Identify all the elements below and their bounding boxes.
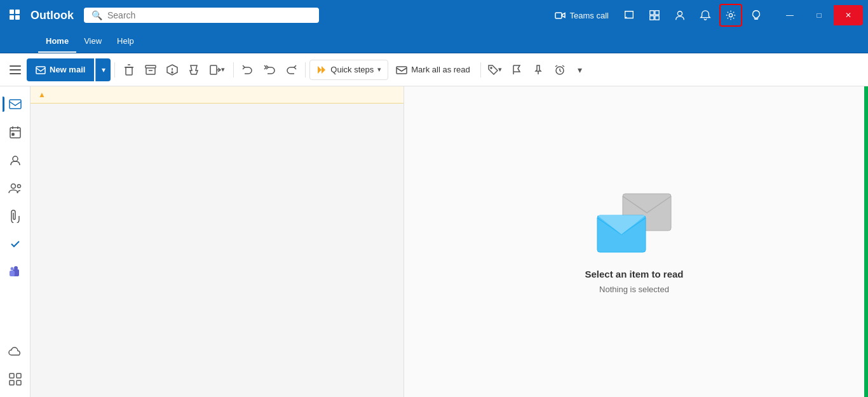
tab-view[interactable]: View bbox=[76, 30, 109, 53]
sidebar-item-contacts[interactable] bbox=[3, 147, 28, 173]
svg-rect-37 bbox=[10, 380, 14, 385]
svg-point-29 bbox=[11, 184, 15, 189]
mail-notification: ▲ bbox=[31, 86, 403, 104]
reading-pane: Select an item to read Nothing is select… bbox=[404, 86, 864, 397]
svg-rect-27 bbox=[12, 133, 14, 135]
sidebar-item-cloud[interactable] bbox=[3, 339, 28, 364]
move-button[interactable]: ▾ bbox=[205, 60, 229, 80]
pin-button[interactable] bbox=[528, 60, 548, 80]
svg-rect-38 bbox=[17, 380, 21, 385]
svg-point-10 bbox=[729, 13, 732, 17]
tag-button[interactable]: ▾ bbox=[485, 60, 505, 80]
undo-all-button[interactable] bbox=[259, 60, 280, 80]
svg-point-23 bbox=[491, 67, 492, 69]
main-layout: ▲ Select an item to read Nothing is sele… bbox=[0, 86, 868, 397]
tab-home[interactable]: Home bbox=[38, 30, 76, 53]
teams-call-label: Teams call bbox=[570, 11, 609, 20]
snooze-button[interactable] bbox=[550, 60, 570, 80]
title-bar: Outlook 🔍 Teams call bbox=[0, 0, 868, 30]
svg-rect-0 bbox=[10, 10, 14, 14]
sidebar-left bbox=[0, 86, 31, 397]
bell-icon-button[interactable] bbox=[694, 4, 717, 27]
archive-button[interactable] bbox=[140, 60, 161, 80]
svg-rect-5 bbox=[650, 11, 654, 15]
svg-rect-3 bbox=[15, 15, 20, 20]
close-button[interactable]: ✕ bbox=[834, 5, 863, 25]
nav-tabs: Home View Help bbox=[0, 30, 868, 53]
svg-point-32 bbox=[14, 266, 18, 270]
maximize-button[interactable]: □ bbox=[804, 5, 834, 25]
svg-rect-19 bbox=[210, 65, 217, 74]
svg-marker-21 bbox=[318, 66, 322, 74]
mark-all-read-label: Mark all as read bbox=[411, 65, 470, 74]
new-mail-button[interactable]: New mail bbox=[27, 58, 94, 81]
svg-rect-26 bbox=[10, 128, 20, 138]
svg-rect-13 bbox=[10, 73, 21, 74]
svg-rect-1 bbox=[15, 10, 20, 14]
new-mail-dropdown[interactable]: ▾ bbox=[95, 58, 111, 81]
sidebar-item-calendar[interactable] bbox=[3, 119, 28, 145]
search-input[interactable] bbox=[107, 10, 311, 20]
grid2-icon-button[interactable] bbox=[643, 4, 666, 27]
select-item-text: Select an item to read bbox=[585, 269, 683, 279]
svg-rect-4 bbox=[555, 13, 562, 18]
svg-rect-15 bbox=[146, 65, 156, 68]
search-icon: 🔍 bbox=[92, 10, 102, 20]
svg-marker-20 bbox=[322, 66, 325, 74]
svg-point-18 bbox=[172, 72, 173, 73]
sidebar-item-attachment[interactable] bbox=[3, 203, 28, 229]
delete-button[interactable] bbox=[119, 60, 139, 80]
svg-point-28 bbox=[13, 156, 18, 161]
teams-call-button[interactable]: Teams call bbox=[548, 5, 615, 25]
app-title: Outlook bbox=[31, 9, 74, 22]
nothing-selected-text: Nothing is selected bbox=[599, 285, 669, 294]
gear-icon-button[interactable] bbox=[719, 4, 742, 27]
spam-button[interactable] bbox=[162, 60, 182, 80]
svg-rect-6 bbox=[655, 11, 659, 15]
email-illustration bbox=[596, 190, 672, 253]
svg-point-30 bbox=[17, 185, 20, 188]
tab-help[interactable]: Help bbox=[109, 30, 142, 53]
svg-rect-8 bbox=[655, 16, 659, 20]
more-button[interactable]: ▾ bbox=[571, 61, 589, 79]
svg-point-34 bbox=[10, 267, 13, 271]
svg-rect-22 bbox=[397, 67, 407, 74]
svg-rect-35 bbox=[10, 373, 14, 378]
bulb-icon-button[interactable] bbox=[745, 4, 768, 27]
sidebar-item-mail[interactable] bbox=[3, 91, 28, 117]
right-edge-bar bbox=[864, 86, 868, 397]
mail-list: ▲ bbox=[31, 86, 404, 397]
sidebar-item-teams[interactable] bbox=[3, 259, 28, 285]
collapse-button[interactable] bbox=[5, 60, 25, 80]
chat-icon-button[interactable] bbox=[618, 4, 641, 27]
title-bar-actions: Teams call bbox=[548, 4, 863, 27]
sweep-button[interactable] bbox=[184, 60, 204, 80]
flag-button[interactable] bbox=[506, 60, 527, 80]
undo-button[interactable] bbox=[238, 60, 258, 80]
sidebar-item-apps[interactable] bbox=[3, 367, 28, 392]
svg-rect-11 bbox=[10, 65, 21, 67]
toolbar: New mail ▾ ▾ bbox=[0, 53, 868, 86]
svg-rect-7 bbox=[650, 16, 654, 20]
svg-rect-33 bbox=[10, 271, 15, 276]
app-grid-icon[interactable] bbox=[5, 5, 25, 25]
svg-rect-25 bbox=[10, 100, 21, 109]
svg-rect-14 bbox=[36, 67, 45, 74]
svg-rect-12 bbox=[10, 69, 21, 71]
redo-button[interactable] bbox=[281, 60, 301, 80]
mark-all-read-button[interactable]: Mark all as read bbox=[390, 60, 476, 80]
window-controls: — □ ✕ bbox=[775, 5, 863, 25]
svg-rect-36 bbox=[17, 373, 21, 378]
svg-point-9 bbox=[677, 11, 682, 16]
person-icon-button[interactable] bbox=[668, 4, 691, 27]
sidebar-item-tasks[interactable] bbox=[3, 231, 28, 257]
svg-rect-2 bbox=[10, 15, 14, 20]
quick-steps-label: Quick steps bbox=[330, 65, 374, 74]
quick-steps-button[interactable]: Quick steps ▾ bbox=[309, 60, 388, 80]
minimize-button[interactable]: — bbox=[775, 5, 804, 25]
search-box: 🔍 bbox=[84, 8, 319, 23]
new-mail-label: New mail bbox=[50, 65, 85, 74]
sidebar-item-groups[interactable] bbox=[3, 175, 28, 201]
